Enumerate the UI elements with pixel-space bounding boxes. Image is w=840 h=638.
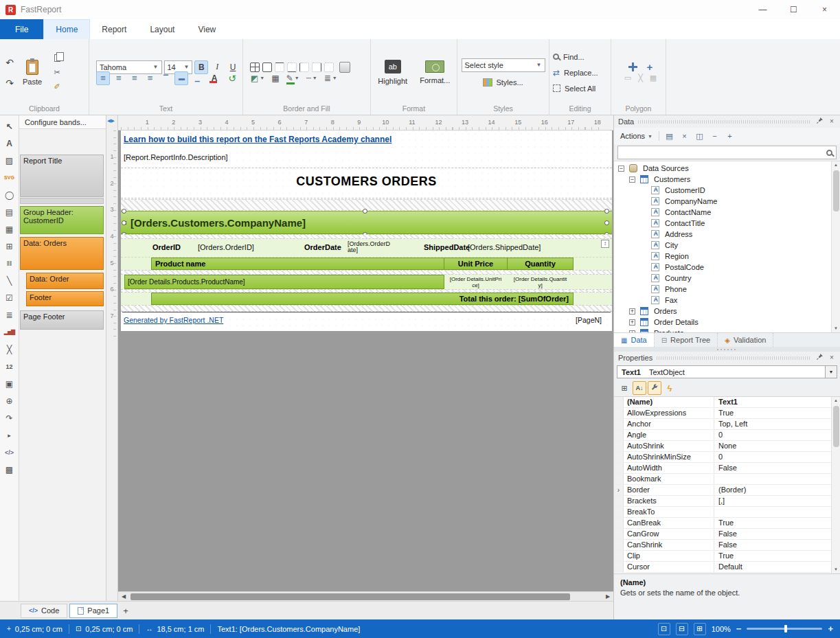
selection-handle[interactable] [122,220,126,225]
property-row[interactable]: AutoWidth False [614,463,831,474]
border-left-icon[interactable] [299,62,309,72]
paste-button[interactable]: Paste [16,48,48,98]
highlight-button[interactable]: Highlight [374,48,412,98]
pin-icon[interactable] [815,117,824,126]
col-unit-price-header[interactable]: Unit Price [444,258,508,270]
tree-expander-icon[interactable] [618,166,624,172]
property-value[interactable]: (Border) [714,485,831,495]
property-expander[interactable] [614,507,624,517]
fill-pattern-button[interactable]: ▦ [271,73,280,84]
find-button[interactable]: Find... [552,49,585,65]
align-left-button[interactable]: ≡ [96,71,110,85]
shipped-date-label[interactable]: ShippedDate [424,243,470,251]
scroll-down-icon[interactable]: ▼ [834,325,838,332]
view-datasource-icon[interactable]: ◫ [693,130,706,143]
tree-item[interactable]: Fax [614,295,831,306]
band-fit-icon[interactable]: ↕ [601,240,609,248]
properties-scrollbar[interactable]: ▲ ▼ [831,397,840,573]
report-title-text[interactable]: CUSTOMERS ORDERS [121,174,612,189]
page-number-field[interactable]: [PageN] [560,316,602,324]
tree-scrollbar[interactable]: ▲ ▼ [831,161,840,332]
scrollbar-thumb[interactable] [130,593,570,600]
property-value[interactable]: True [714,551,831,561]
fill-color-button[interactable]: ◩▼ [250,73,265,84]
property-row[interactable]: Bookmark [614,474,831,485]
numeric-object-icon[interactable]: 12 [1,358,18,375]
select-all-button[interactable]: Select All [552,80,596,96]
scrollbar-thumb[interactable] [833,170,839,212]
valign-bottom-button[interactable]: ▁ [190,71,204,85]
tree-item[interactable]: Phone [614,284,831,295]
format-painter-button[interactable]: ✐ [50,81,64,93]
tree-item[interactable]: Address [614,229,831,240]
close-panel-icon[interactable]: × [828,117,836,126]
subreport-object-icon[interactable]: ▤ [1,203,18,220]
report-canvas[interactable]: 123456789101112131415161718 Learn how to… [118,115,613,601]
page-view-single-icon[interactable]: ⊡ [658,623,670,635]
property-row[interactable]: Anchor Top, Left [614,419,831,430]
text-rotation-button[interactable]: ↺ [225,71,240,85]
delete-datasource-icon[interactable]: × [678,130,691,143]
tab-code[interactable]: Code [21,604,67,618]
property-value[interactable]: Top, Left [714,419,831,429]
property-expander[interactable] [614,562,624,572]
redo-icon[interactable]: ↷ [5,77,14,89]
property-expander[interactable] [614,441,624,451]
tree-expander-icon[interactable] [629,308,635,315]
property-expander[interactable] [614,518,624,528]
tree-item[interactable]: Order Details [614,317,831,328]
property-row[interactable]: CanShrink False [614,540,831,551]
checkbox-object-icon[interactable]: ☑ [1,289,18,306]
tree-item[interactable]: City [614,240,831,251]
matrix-object-icon[interactable]: ⊞ [1,238,18,255]
close-button[interactable]: × [809,0,840,19]
footer-band[interactable]: Total this order: [SumOfOrder] [121,293,612,305]
property-value[interactable]: False [714,540,831,550]
border-settings-icon[interactable] [339,62,350,73]
band-item[interactable]: Group Header: CustomerID [20,206,104,234]
crosstab-object-icon[interactable]: ╳ [1,341,18,358]
tree-item[interactable]: CompanyName [614,196,831,207]
band-item[interactable]: Data: Orders [20,237,104,270]
collapse-all-icon[interactable]: − [708,130,721,143]
tab-file[interactable]: File [0,19,43,39]
align-right-button[interactable]: ≡ [128,71,141,85]
gradient-object-icon[interactable]: ▩ [1,461,18,478]
cut-button[interactable]: ✂ [50,67,64,79]
property-row[interactable]: BreakTo [614,507,831,518]
style-selector-combo[interactable]: Select style▼ [462,58,545,72]
barcode-object-icon[interactable]: ‖‖ [1,255,18,272]
report-page[interactable]: Learn how to build this report on the Fa… [121,130,612,331]
tab-home[interactable]: Home [43,19,90,39]
valign-top-button[interactable]: ▔ [159,71,173,85]
property-value[interactable]: False [714,529,831,539]
zoom-slider-thumb[interactable] [784,625,787,633]
shipped-date-field[interactable]: [Orders.ShippedDate] [468,243,541,251]
table-object-icon[interactable]: ▦ [1,220,18,238]
property-expander[interactable] [614,419,624,429]
undo-icon[interactable]: ↶ [5,56,14,69]
tree-expander-icon[interactable] [629,319,635,326]
copy-button[interactable] [50,52,64,65]
selection-handle[interactable] [604,220,609,225]
selection-handle[interactable] [363,209,367,214]
chart-object-icon[interactable]: ▂▅▇ [1,323,18,341]
zoom-in-button[interactable]: + [828,624,833,634]
product-name-field[interactable]: [Order Details.Products.ProductName] [124,275,444,289]
text-object-icon[interactable]: A [1,135,18,152]
property-expander[interactable] [614,397,624,407]
html-object-icon[interactable]: </> [1,444,18,461]
quantity-field[interactable]: [Order Details.Quantity] [507,275,574,289]
scroll-down-icon[interactable]: ▼ [834,566,838,573]
property-row[interactable]: Angle 0 [614,430,831,441]
property-row[interactable]: AutoShrinkMinSize 0 [614,452,831,463]
page-view-continuous-icon[interactable]: ⊟ [676,623,688,635]
align-justify-button[interactable]: ≡ [144,71,157,85]
band-collapse-icon[interactable]: ◀▶ [107,118,115,124]
scroll-right-icon[interactable]: ▶ [602,593,613,600]
scroll-up-icon[interactable]: ▲ [834,397,838,405]
line-color-button[interactable]: ✎▼ [286,73,300,84]
tree-item[interactable]: ContactName [614,207,831,218]
new-datasource-icon[interactable]: ▤ [663,130,676,143]
close-panel-icon[interactable]: × [828,354,836,362]
